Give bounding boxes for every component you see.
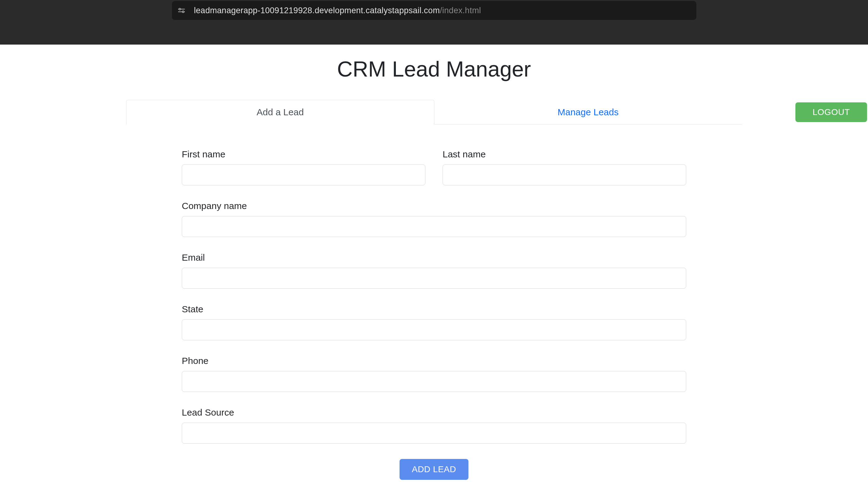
form-row-phone: Phone — [182, 356, 686, 392]
url-path: /index.html — [440, 6, 481, 15]
svg-point-3 — [182, 11, 184, 12]
svg-point-0 — [179, 8, 180, 10]
tab-add-lead[interactable]: Add a Lead — [126, 100, 434, 125]
tabs-container: Add a Lead Manage Leads — [126, 100, 742, 125]
url-bar[interactable]: leadmanagerapp-10091219928.development.c… — [172, 1, 696, 20]
browser-bar: leadmanagerapp-10091219928.development.c… — [0, 0, 868, 44]
email-label: Email — [182, 252, 686, 263]
form-row-name: First name Last name — [182, 149, 686, 185]
add-lead-button[interactable]: ADD LEAD — [400, 459, 468, 480]
form-row-email: Email — [182, 252, 686, 289]
logout-button[interactable]: LOGOUT — [796, 102, 867, 122]
form-group-last-name: Last name — [443, 149, 686, 185]
url-text: leadmanagerapp-10091219928.development.c… — [194, 6, 481, 15]
state-label: State — [182, 304, 686, 315]
lead-source-input[interactable] — [182, 423, 686, 444]
company-name-input[interactable] — [182, 216, 686, 237]
first-name-label: First name — [182, 149, 425, 160]
page-content: CRM Lead Manager LOGOUT Add a Lead Manag… — [0, 44, 868, 480]
page-title: CRM Lead Manager — [0, 57, 868, 82]
phone-label: Phone — [182, 356, 686, 366]
form-container: First name Last name Company name Email — [182, 125, 686, 480]
company-name-label: Company name — [182, 201, 686, 211]
form-group-lead-source: Lead Source — [182, 407, 686, 444]
form-row-lead-source: Lead Source — [182, 407, 686, 444]
url-domain: leadmanagerapp-10091219928.development.c… — [194, 6, 440, 15]
last-name-input[interactable] — [443, 164, 686, 185]
form-group-phone: Phone — [182, 356, 686, 392]
form-group-company-name: Company name — [182, 201, 686, 237]
lead-source-label: Lead Source — [182, 407, 686, 418]
form-row-company: Company name — [182, 201, 686, 237]
form-group-first-name: First name — [182, 149, 425, 185]
tab-manage-leads[interactable]: Manage Leads — [434, 100, 742, 124]
email-input[interactable] — [182, 268, 686, 289]
last-name-label: Last name — [443, 149, 686, 160]
form-row-state: State — [182, 304, 686, 340]
state-input[interactable] — [182, 319, 686, 340]
first-name-input[interactable] — [182, 164, 425, 185]
site-settings-icon — [178, 6, 185, 14]
form-group-state: State — [182, 304, 686, 340]
form-group-email: Email — [182, 252, 686, 289]
phone-input[interactable] — [182, 371, 686, 392]
